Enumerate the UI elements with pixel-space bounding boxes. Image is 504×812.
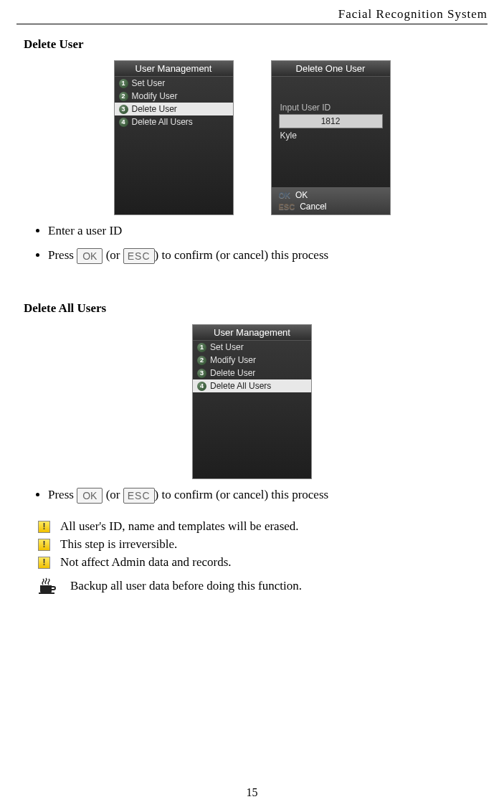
menu-list: 1Set User 2Modify User 3Delete User 4Del… [193,341,311,392]
instruction-item: Press OK (or ESC) to confirm (or cancel)… [48,247,488,264]
screenshots-row-2: User Management 1Set User 2Modify User 3… [16,324,488,479]
ok-button-icon: OK [77,248,103,264]
screen-user-management-2: User Management 1Set User 2Modify User 3… [192,324,312,479]
user-name-display: Kyle [272,128,390,143]
menu-item-label: Modify User [210,355,256,365]
ok-key-icon: OK [279,191,291,199]
menu-item-modify-user[interactable]: 2Modify User [193,354,311,367]
screen-user-management: User Management 1Set User 2Modify User 3… [114,60,234,215]
menu-number-icon: 4 [197,382,206,391]
menu-item-delete-user[interactable]: 3Delete User [193,367,311,379]
menu-number-icon: 3 [197,369,206,378]
menu-number-icon: 1 [197,343,206,352]
menu-item-label: Set User [132,78,166,88]
warning-note: ! This step is irreversible. [38,537,488,552]
coffee-icon [38,577,57,595]
menu-item-set-user[interactable]: 1Set User [193,341,311,354]
screen-title: User Management [115,61,233,77]
instruction-item: Press OK (or ESC) to confirm (or cancel)… [48,486,488,504]
warning-icon: ! [38,539,50,551]
ok-action-label: OK [295,190,308,200]
instruction-text: Press [48,488,77,501]
esc-action-row[interactable]: ESCCancel [279,201,383,212]
instruction-text: ) to confirm (or cancel) this process [155,488,329,501]
menu-item-label: Delete All Users [132,117,193,127]
esc-button-icon: ESC [123,248,155,264]
menu-item-label: Set User [210,342,244,352]
menu-item-label: Delete User [132,104,177,114]
menu-number-icon: 2 [197,356,206,365]
menu-item-label: Delete User [210,368,255,378]
menu-item-delete-all-users[interactable]: 4Delete All Users [115,115,233,128]
screen-footer: OKOK ESCCancel [272,187,390,214]
warning-icon: ! [38,521,50,533]
screen-title: Delete One User [272,61,390,77]
menu-item-label: Modify User [132,91,178,101]
menu-number-icon: 3 [119,105,128,114]
svg-rect-0 [39,593,54,594]
warning-text: Not affect Admin data and records. [60,555,232,570]
warning-notes: ! All user's ID, name and templates will… [38,519,488,595]
user-id-input[interactable]: 1812 [279,114,383,128]
tip-note: Backup all user data before doing this f… [38,577,488,595]
esc-button-icon: ESC [123,488,155,504]
section-title-delete-user: Delete User [24,37,488,52]
instructions-list-2: Press OK (or ESC) to confirm (or cancel)… [32,486,488,504]
menu-list: 1Set User 2Modify User 3Delete User 4Del… [115,77,233,128]
menu-number-icon: 4 [119,118,128,127]
page-number: 15 [0,786,504,799]
instruction-text: Press [48,248,77,262]
menu-item-modify-user[interactable]: 2Modify User [115,90,233,103]
warning-icon: ! [38,557,50,569]
screenshots-row-1: User Management 1Set User 2Modify User 3… [16,60,488,215]
tip-text: Backup all user data before doing this f… [70,579,302,593]
menu-item-label: Delete All Users [210,381,271,391]
ok-action-row[interactable]: OKOK [279,189,383,201]
warning-note: ! All user's ID, name and templates will… [38,519,488,534]
menu-item-delete-user[interactable]: 3Delete User [115,103,233,115]
instruction-item: Enter a user ID [48,222,488,240]
screen-title: User Management [193,325,311,341]
document-header: Facial Recognition System [16,7,488,24]
menu-item-set-user[interactable]: 1Set User [115,77,233,90]
warning-text: This step is irreversible. [60,537,177,552]
warning-text: All user's ID, name and templates will b… [60,519,299,534]
menu-item-delete-all-users[interactable]: 4Delete All Users [193,379,311,392]
warning-note: ! Not affect Admin data and records. [38,555,488,570]
instructions-list-1: Enter a user ID Press OK (or ESC) to con… [32,222,488,264]
esc-action-label: Cancel [300,202,326,212]
instruction-text: ) to confirm (or cancel) this process [155,248,329,262]
esc-key-icon: ESC [279,202,295,211]
screen-delete-one-user: Delete One User Input User ID 1812 Kyle … [271,60,391,215]
menu-number-icon: 2 [119,92,128,101]
instruction-text: (or [106,488,123,501]
input-label: Input User ID [272,98,390,114]
menu-number-icon: 1 [119,79,128,88]
ok-button-icon: OK [77,488,103,504]
instruction-text: (or [106,248,123,262]
section-title-delete-all-users: Delete All Users [24,301,488,316]
